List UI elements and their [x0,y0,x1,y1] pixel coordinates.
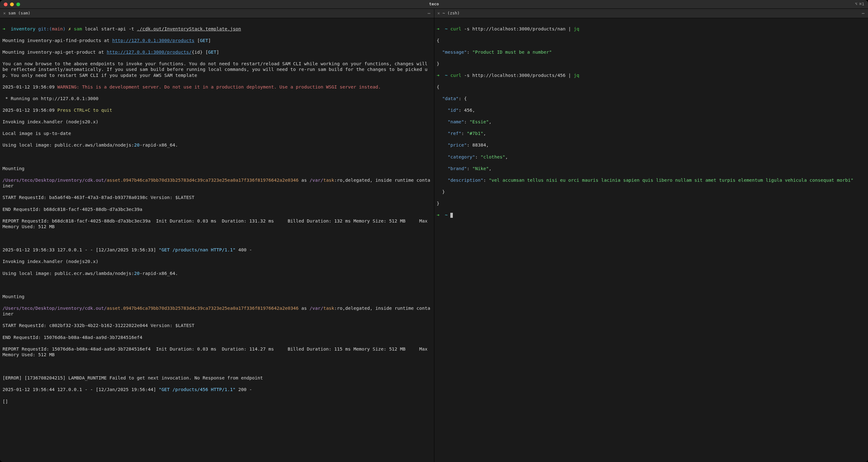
json-val-id: 456 [464,108,472,113]
log1-code: 400 - [236,247,252,252]
end2: END RequestId: 15076d6a-b08a-48ad-aa9d-3… [2,335,432,340]
comma: , [472,108,475,113]
mount2-b2: ] [216,50,219,55]
localimg: Local image is up-to-date [2,131,432,136]
start2: START RequestId: c802bf32-332b-4b22-b162… [2,323,432,329]
shortcut-prefix-icon: ⌥ [855,2,858,7]
pane-menu-icon[interactable]: ⋯ [862,11,865,16]
useimg-pre: Using local image: public.ecr.aws/lambda… [2,142,134,147]
titlebar: teco ⌥⌘1 [0,0,868,9]
log2-ts: 2025-01-12 19:56:44 127.0.0.1 - - [12/Ja… [2,387,159,392]
brace-close: } [437,201,866,206]
invoke1: Invoking index.handler (nodejs20.x) [2,119,432,125]
close-icon[interactable] [4,2,7,6]
cmd-template-path: ./cdk.out/InventoryStack.template.json [137,26,241,31]
close-tab-icon[interactable]: × [437,11,440,16]
mount-var1: /var/ [310,178,323,183]
cmd-jq-2: jq [574,73,579,78]
info-text: You can now browse to the above endpoint… [2,61,432,78]
brace-open: { [437,38,866,44]
window-title: teco [429,2,439,7]
left-terminal[interactable]: ➜ inventory git:(main) ✗ sam local start… [0,18,434,462]
cmd-args: local start-api -t [82,26,137,31]
split-panes: × sam (sam) ⋯ ➜ inventory git:(main) ✗ s… [0,9,868,462]
report1: REPORT RequestId: b68dc818-facf-4025-88d… [2,218,432,230]
useimg2-pre: Using local image: public.ecr.aws/lambda… [2,271,134,276]
cursor-icon [450,213,453,218]
mount-path2: /Users/teco/Desktop/inventory/cdk.out/ [2,306,107,311]
json-val-brand: "Nike" [472,166,489,171]
traffic-lights [4,2,20,6]
end1: END RequestId: b68dc818-facf-4025-88db-d… [2,206,432,212]
cmd-args-1: -s http://localhost:3000/products/nan | [461,26,574,31]
close-tab-icon[interactable]: × [3,11,6,16]
cursor-marker: [] [2,399,432,404]
left-tab-name[interactable]: sam (sam) [8,11,30,16]
left-pane[interactable]: × sam (sam) ⋯ ➜ inventory git:(main) ✗ s… [0,9,434,462]
mount1-b1: [ [194,38,200,43]
json-key-category: "category" [447,155,475,159]
json-key-id: "id" [447,108,459,113]
warn-ts: 2025-01-12 19:56:09 [2,85,58,90]
cmd-curl-1: curl [450,26,461,31]
log2-code: 200 - [236,387,252,392]
start1: START RequestId: ba5a6f4b-463f-47a3-87ad… [2,195,432,201]
git-close: ) [63,26,66,31]
titlebar-shortcut: ⌥⌘1 [855,2,864,7]
json-val-description: "vel accumsan tellus nisi eu orci mauris… [489,178,853,183]
mount2-id: {id} [192,50,203,55]
ctrlc-text: Press CTRL+C to quit [58,108,113,113]
mount-as1: as [299,178,310,183]
colon: : [467,50,472,55]
json-key-data: "data" [442,96,459,101]
running-line: * Running on http://127.0.0.1:3000 [2,96,432,102]
prompt-arrow-icon: ➜ [437,212,440,218]
report2: REPORT RequestId: 15076d6a-b08a-48ad-aa9… [2,346,432,358]
mounting-label: Mounting [2,166,432,172]
brace-close: } [437,61,866,67]
json-key-brand: "brand" [447,166,467,171]
git-label: git:( [38,26,52,31]
json-key-ref: "ref" [447,131,461,136]
mount2-url[interactable]: http://127.0.0.1:3000/products/ [107,50,192,55]
json-val-price: 88384 [472,142,486,147]
prompt-tilde: ~ [445,212,448,218]
error-line: [ERROR] [1736708204215] LAMBDA_RUNTIME F… [2,375,432,381]
dirty-icon: ✗ [68,26,71,31]
warn-text: WARNING: This is a development server. D… [58,85,381,90]
right-tabbar: × ~ (zsh) ⋯ [434,9,868,18]
log1-ts: 2025-01-12 19:56:33 127.0.0.1 - - [12/Ja… [2,247,159,252]
log2-req: "GET /products/456 HTTP/1.1" [159,387,236,392]
useimg2-ver: 20 [134,271,140,276]
prompt-dir: inventory [11,26,35,31]
right-pane[interactable]: × ~ (zsh) ⋯ ➜ ~ curl -s http://localhost… [434,9,868,462]
right-tab-name[interactable]: ~ (zsh) [442,11,460,16]
shortcut-label: ⌘1 [859,2,864,7]
useimg2-post: -rapid-x86_64. [140,271,178,276]
pane-menu-icon[interactable]: ⋯ [428,11,431,16]
maximize-icon[interactable] [16,2,20,6]
right-terminal[interactable]: ➜ ~ curl -s http://localhost:3000/produc… [434,18,868,462]
mount-task1: task [323,178,334,183]
invoke2: Invoking index.handler (nodejs20.x) [2,259,432,265]
prompt-arrow-icon: ➜ [2,26,5,31]
prompt-tilde: ~ [445,26,448,31]
cmd-args-2: -s http://localhost:3000/products/456 | [461,73,574,78]
mount1-pre: Mounting inventory-api-find-products at [2,38,112,43]
mount-path1: /Users/teco/Desktop/inventory/cdk.out/ [2,178,107,183]
minimize-icon[interactable] [10,2,14,6]
git-branch: main [52,26,63,31]
useimg-ver: 20 [134,142,140,147]
prompt-arrow-icon: ➜ [437,73,440,78]
json-key-description: "description" [447,178,483,183]
mount2-b1: [ [203,50,208,55]
mount-asset2: asset.0947b46ca79bb70d33b25783d4c39ca732… [107,306,299,311]
mounting-label2: Mounting [2,294,432,300]
mount1-method: GET [200,38,208,43]
json-key-message: "message" [442,50,467,55]
mount1-url[interactable]: http://127.0.0.1:3000/products [112,38,194,43]
cmd-sam: sam [74,26,82,31]
brace-open: { [464,96,467,101]
json-val-category: "clothes" [480,155,505,159]
cmd-jq-1: jq [574,26,579,31]
